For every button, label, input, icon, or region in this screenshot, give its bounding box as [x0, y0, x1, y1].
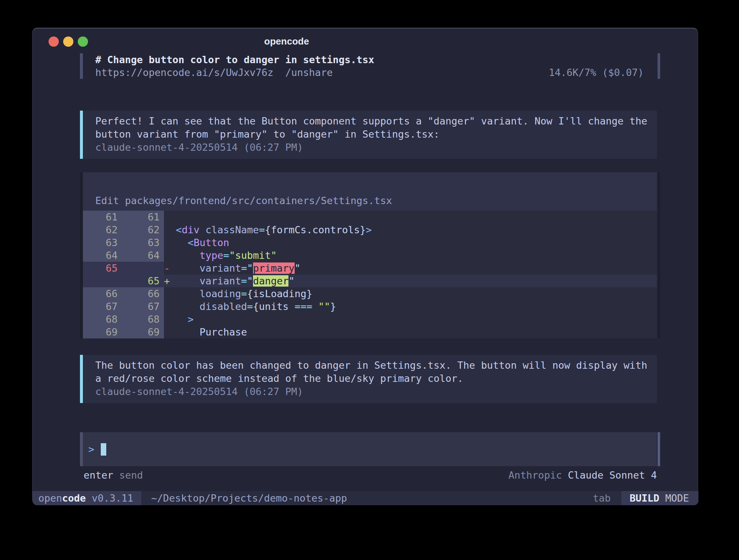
line-number-old [83, 275, 123, 287]
edit-tool-card: Edit packages/frontend/src/containers/Se… [80, 172, 657, 338]
zoom-button[interactable] [78, 37, 88, 47]
message-text-line: Perfect! I can see that the Button compo… [95, 115, 650, 128]
line-number-new [123, 262, 164, 275]
message-text-line: a red/rose color scheme instead of the b… [95, 372, 650, 385]
line-number-old: 66 [83, 287, 123, 300]
input-right-bar [658, 432, 660, 466]
edit-card-right-bar [658, 172, 660, 338]
session-share-url[interactable]: https://opencode.ai/s/UwJxv76z [95, 66, 273, 79]
line-number-new: 67 [123, 300, 164, 313]
header-right-bar [658, 53, 660, 79]
diff-row: 6969 Purchase [83, 326, 657, 338]
line-number-new: 61 [123, 211, 164, 223]
diff-code-line: - variant="primary" [164, 262, 657, 275]
line-number-new: 65 [123, 275, 164, 287]
line-number-new: 63 [123, 236, 164, 249]
working-directory: ~/Desktop/Projects/demo-notes-app [151, 492, 347, 504]
message-text-line: button variant from "primary" to "danger… [95, 128, 650, 141]
token-usage: 14.6K/7% ($0.07) [549, 66, 644, 79]
diff-row: 65+ variant="danger" [83, 275, 657, 287]
edit-tool-title: Edit packages/frontend/src/containers/Se… [83, 172, 657, 211]
line-number-old: 65 [83, 262, 123, 275]
diff-code-line: type="submit" [164, 249, 657, 262]
diff-code-line: <div className={formCs.controls}> [164, 223, 657, 236]
opencode-window: opencode # Change button color to danger… [32, 28, 698, 505]
diff-code-line: disabled={units === ""} [164, 300, 657, 313]
prompt-symbol: > [88, 444, 94, 455]
model-name: Claude Sonnet 4 [568, 469, 657, 481]
model-info: claude-sonnet-4-20250514 (06:27 PM) [95, 141, 650, 154]
hints-row: enter send Anthropic Claude Sonnet 4 [80, 469, 657, 482]
hint-send-label: send [113, 469, 143, 482]
diff-row: 6363 <Button [83, 236, 657, 249]
diff-view: 61616262 <div className={formCs.controls… [83, 211, 657, 338]
line-number-old: 69 [83, 326, 123, 338]
app-name-open: open [38, 492, 62, 504]
diff-row: 6464 type="submit" [83, 249, 657, 262]
app-name-code: code [62, 492, 86, 504]
line-number-old: 62 [83, 223, 123, 236]
line-number-new: 62 [123, 223, 164, 236]
session-title: # Change button color to danger in setti… [95, 53, 374, 66]
status-bar: opencode v0.3.11 ~/Desktop/Projects/demo… [32, 491, 698, 505]
diff-row: 6868 > [83, 313, 657, 326]
title-bar: opencode [32, 28, 698, 52]
line-number-old: 64 [83, 249, 123, 262]
diff-row: 6262 <div className={formCs.controls}> [83, 223, 657, 236]
line-number-new: 69 [123, 326, 164, 338]
line-number-old: 61 [83, 211, 123, 223]
text-cursor [101, 443, 106, 456]
session-header: # Change button color to danger in setti… [80, 53, 657, 79]
close-button[interactable] [49, 37, 59, 47]
diff-row: 6767 disabled={units === ""} [83, 300, 657, 313]
app-version: v0.3.11 [86, 492, 133, 504]
line-number-new: 64 [123, 249, 164, 262]
line-number-old: 67 [83, 300, 123, 313]
build-mode-chip[interactable]: BUILD MODE [621, 491, 698, 505]
message-text-line: The button color has been changed to dan… [95, 359, 650, 372]
prompt-input[interactable]: > [80, 432, 657, 466]
model-info: claude-sonnet-4-20250514 (06:27 PM) [95, 385, 650, 398]
minimize-button[interactable] [63, 37, 73, 47]
diff-code-line: loading={isLoading} [164, 287, 657, 300]
diff-row: 6161 [83, 211, 657, 223]
assistant-message-2: The button color has been changed to dan… [80, 355, 657, 403]
unshare-command[interactable]: /unshare [273, 66, 333, 79]
diff-code-line: + variant="danger" [164, 275, 657, 287]
diff-code-line: > [164, 313, 657, 326]
line-number-old: 63 [83, 236, 123, 249]
line-number-old: 68 [83, 313, 123, 326]
assistant-message-1: Perfect! I can see that the Button compo… [80, 111, 657, 159]
provider-name: Anthropic [509, 469, 568, 481]
mode-label-rest: MODE [665, 492, 689, 504]
diff-code-line [164, 211, 657, 223]
line-number-new: 68 [123, 313, 164, 326]
tab-hint[interactable]: tab [593, 492, 611, 504]
diff-code-line: <Button [164, 236, 657, 249]
diff-row: 6666 loading={isLoading} [83, 287, 657, 300]
hint-enter-key: enter [84, 469, 113, 482]
window-title: opencode [264, 36, 309, 47]
diff-row: 65- variant="primary" [83, 262, 657, 275]
diff-code-line: Purchase [164, 326, 657, 338]
app-version-chip: opencode v0.3.11 [32, 491, 141, 505]
line-number-new: 66 [123, 287, 164, 300]
mode-label-bold: BUILD [629, 492, 665, 504]
